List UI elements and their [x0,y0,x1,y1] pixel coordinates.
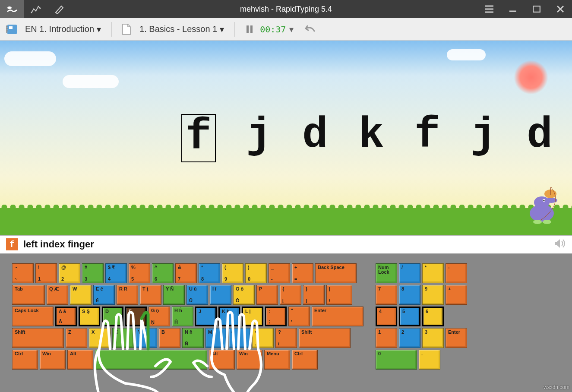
key--[interactable]: :; [265,307,287,326]
key-enter[interactable]: Enter [312,307,363,326]
key--[interactable]: )0 [245,263,267,283]
key-space[interactable] [95,350,207,370]
key-p[interactable]: P [256,285,278,305]
separator [234,22,235,37]
key-e-[interactable]: E ēĒ [93,285,115,305]
key-6[interactable]: 6 [422,307,444,326]
key-3[interactable]: 3 [422,328,444,348]
key-win[interactable]: Win [40,350,66,370]
key-7[interactable]: 7 [376,285,397,305]
key-g-[interactable]: G ņŅ [149,307,170,326]
svg-rect-10 [250,25,253,33]
key--[interactable]: &7 [175,263,197,283]
key-q-[interactable]: Q Æ [47,285,68,305]
key--[interactable]: (9 [222,263,243,283]
key-h-[interactable]: H ĥĤ [172,307,193,326]
key-v[interactable]: V [136,328,157,348]
key-s-[interactable]: S Ş [79,307,100,326]
key-a-[interactable]: A āĀ [55,307,77,326]
key-o-[interactable]: O ōŌ [233,285,255,305]
undo-button[interactable] [302,22,316,36]
titlebar: mehvish - RapidTyping 5.4 [0,0,572,18]
key--[interactable]: - [446,263,467,283]
key--[interactable]: += [292,263,313,283]
key-f[interactable]: F [125,307,147,326]
pause-button[interactable] [243,22,256,36]
key-num-lock[interactable]: Num Lock [376,263,397,283]
key-n-[interactable]: N ñÑ [182,328,204,348]
key--[interactable]: <, [229,328,250,348]
key-5[interactable]: 5 [399,307,420,326]
key--[interactable]: }] [303,285,325,305]
key--[interactable]: / [399,263,420,283]
key--[interactable]: #3 [82,263,104,283]
key-4[interactable]: 4 [376,307,397,326]
key-k-[interactable]: K ķ [218,307,240,326]
key--[interactable]: |\ [326,285,352,305]
key-win[interactable]: Win [237,350,262,370]
key--[interactable]: *8 [199,263,220,283]
key-r-r[interactable]: R R [117,285,138,305]
key-w[interactable]: W [70,285,92,305]
course-icon[interactable] [5,22,19,36]
key--[interactable]: %5 [129,263,150,283]
course-dropdown[interactable]: EN 1. Introduction ▾ [22,22,104,36]
key-tab[interactable]: Tab [12,285,45,305]
key--[interactable]: * [422,263,444,283]
key-alt[interactable]: Alt [67,350,93,370]
sound-icon[interactable] [554,238,566,250]
key-j[interactable]: J [195,307,217,326]
menu-icon[interactable] [477,0,501,18]
key-b[interactable]: B [159,328,180,348]
key-caps-lock[interactable]: Caps Lock [12,307,54,326]
key--[interactable]: . [419,350,440,370]
key--[interactable]: {[ [280,285,301,305]
key--[interactable]: @2 [59,263,80,283]
key-back-space[interactable]: Back Space [315,263,357,283]
key--[interactable]: >. [252,328,274,348]
lesson-icon[interactable] [120,22,133,36]
key-2[interactable]: 2 [399,328,420,348]
key-8[interactable]: 8 [399,285,420,305]
key-enter[interactable]: Enter [446,328,467,348]
lesson-dropdown[interactable]: 1. Basics - Lesson 1 ▾ [137,22,227,36]
key-z[interactable]: Z [66,328,87,348]
minimize-button[interactable] [501,0,525,18]
key-menu[interactable]: Menu [264,350,290,370]
key-shift[interactable]: Shift [12,328,64,348]
key--[interactable]: ^6 [152,263,174,283]
key--[interactable]: "' [288,307,310,326]
key--[interactable]: ?/ [275,328,297,348]
key-ctrl[interactable]: Ctrl [12,350,38,370]
key-y-[interactable]: Y Ñ [163,285,185,305]
key-t-[interactable]: T ţ [140,285,161,305]
cloud-decoration [63,75,119,88]
tab-lesson-icon[interactable] [0,0,24,18]
key-u-[interactable]: U ūŪ [186,285,208,305]
key-alt[interactable]: Alt [209,350,235,370]
key--[interactable]: + [446,285,467,305]
key-ctrl[interactable]: Ctrl [292,350,318,370]
key--[interactable]: _- [269,263,290,283]
tab-editor-icon[interactable] [47,0,71,18]
tab-stats-icon[interactable] [24,0,47,18]
key-0[interactable]: 0 [376,350,417,370]
key-9[interactable]: 9 [422,285,444,305]
key-d[interactable]: D [102,307,123,326]
key-x[interactable]: X [89,328,111,348]
maximize-button[interactable] [525,0,548,18]
key--[interactable]: ~~ [12,263,34,283]
key--[interactable]: !1 [35,263,57,283]
key-shift[interactable]: Shift [299,328,351,348]
svg-point-17 [533,220,542,224]
key-l-[interactable]: L ļ [242,307,263,326]
key-m[interactable]: M [205,328,227,348]
key--[interactable]: $ ₹4 [105,263,127,283]
hint-key-badge: f [6,238,18,250]
key-i-[interactable]: I ī [210,285,231,305]
timer-dropdown[interactable]: ▾ [289,24,294,35]
key-c[interactable]: C [112,328,134,348]
close-button[interactable] [548,0,572,18]
key-1[interactable]: 1 [376,328,397,348]
svg-rect-16 [550,187,551,195]
